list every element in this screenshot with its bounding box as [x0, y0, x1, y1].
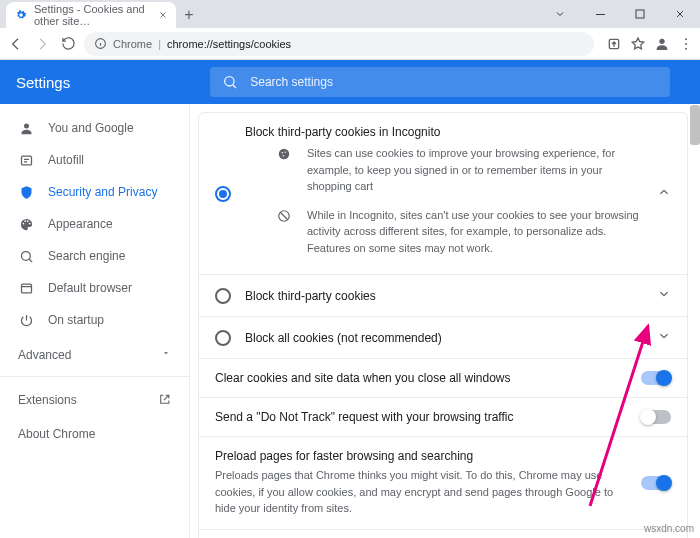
search-icon [222, 74, 238, 90]
radio-on-icon [215, 186, 231, 202]
browser-toolbar: Chrome | chrome://settings/cookies [0, 28, 700, 60]
toggle-on-icon[interactable] [641, 371, 671, 385]
svg-point-4 [685, 38, 687, 40]
svg-rect-0 [636, 10, 644, 18]
sidebar-item-autofill[interactable]: Autofill [0, 144, 189, 176]
svg-point-5 [685, 43, 687, 45]
page-title: Settings [16, 74, 70, 91]
svg-point-7 [225, 77, 234, 86]
svg-point-6 [685, 47, 687, 49]
toggle-on-icon[interactable] [641, 476, 671, 490]
sidebar-about[interactable]: About Chrome [0, 417, 189, 451]
sidebar-item-default-browser[interactable]: Default browser [0, 272, 189, 304]
link-see-all-cookies[interactable]: See all cookies and site data [199, 529, 687, 539]
back-icon[interactable] [6, 34, 26, 54]
external-link-icon [158, 393, 171, 406]
person-icon [18, 120, 34, 136]
palette-icon [18, 216, 34, 232]
scrollbar[interactable] [690, 105, 700, 145]
svg-point-12 [279, 149, 290, 160]
toggle-clear-on-close[interactable]: Clear cookies and site data when you clo… [199, 358, 687, 397]
toggle-do-not-track[interactable]: Send a "Do Not Track" request with your … [199, 397, 687, 436]
radio-block-incognito[interactable]: Block third-party cookies in Incognito S… [199, 113, 687, 274]
minimize-icon[interactable] [580, 0, 620, 28]
power-icon [18, 312, 34, 328]
browser-tab[interactable]: Settings - Cookies and other site… [6, 2, 176, 28]
svg-point-13 [281, 152, 283, 154]
close-window-icon[interactable] [660, 0, 700, 28]
sidebar-item-search-engine[interactable]: Search engine [0, 240, 189, 272]
window-controls [540, 0, 700, 28]
toggle-off-icon[interactable] [641, 410, 671, 424]
svg-point-10 [21, 251, 30, 260]
sidebar-item-you-and-google[interactable]: You and Google [0, 112, 189, 144]
sidebar-item-appearance[interactable]: Appearance [0, 208, 189, 240]
maximize-icon[interactable] [620, 0, 660, 28]
reload-icon[interactable] [58, 34, 78, 54]
sidebar-item-security-privacy[interactable]: Security and Privacy [0, 176, 189, 208]
sidebar-item-on-startup[interactable]: On startup [0, 304, 189, 336]
chevron-down-icon [657, 287, 671, 304]
chevron-down-icon [657, 329, 671, 346]
toggle-preload[interactable]: Preload pages for faster browsing and se… [199, 436, 687, 529]
block-icon [277, 209, 293, 257]
info-icon [94, 37, 107, 50]
settings-main: Block third-party cookies in Incognito S… [190, 104, 700, 538]
settings-sidebar: You and Google Autofill Security and Pri… [0, 104, 190, 538]
url-host: Chrome [113, 38, 152, 50]
profile-icon[interactable] [654, 36, 670, 52]
shield-icon [18, 184, 34, 200]
search-input[interactable] [250, 75, 658, 89]
cookie-icon [277, 147, 293, 195]
settings-header: Settings [0, 60, 700, 104]
share-icon[interactable] [606, 36, 622, 52]
svg-rect-9 [21, 156, 31, 165]
svg-point-8 [24, 123, 29, 128]
caret-down-icon [161, 348, 171, 358]
chevron-down-icon[interactable] [540, 0, 580, 28]
new-tab-button[interactable]: + [176, 2, 202, 28]
svg-point-14 [285, 152, 286, 153]
svg-point-3 [659, 38, 664, 43]
radio-block-third-party[interactable]: Block third-party cookies [199, 274, 687, 316]
menu-icon[interactable] [678, 36, 694, 52]
close-icon[interactable] [158, 10, 168, 20]
url-path: chrome://settings/cookies [167, 38, 291, 50]
browser-icon [18, 280, 34, 296]
svg-rect-11 [21, 284, 31, 293]
search-icon [18, 248, 34, 264]
gear-icon [14, 8, 28, 22]
watermark: wsxdn.com [644, 523, 694, 534]
tab-title: Settings - Cookies and other site… [34, 3, 152, 27]
radio-block-all[interactable]: Block all cookies (not recommended) [199, 316, 687, 358]
chevron-up-icon [657, 185, 671, 202]
autofill-icon [18, 152, 34, 168]
svg-point-15 [283, 155, 284, 156]
sidebar-extensions[interactable]: Extensions [0, 383, 189, 417]
address-bar[interactable]: Chrome | chrome://settings/cookies [84, 32, 594, 56]
radio-off-icon [215, 330, 231, 346]
radio-off-icon [215, 288, 231, 304]
window-titlebar: Settings - Cookies and other site… + [0, 0, 700, 28]
star-icon[interactable] [630, 36, 646, 52]
forward-icon[interactable] [32, 34, 52, 54]
settings-search[interactable] [210, 67, 670, 97]
sidebar-advanced[interactable]: Advanced [0, 336, 189, 370]
